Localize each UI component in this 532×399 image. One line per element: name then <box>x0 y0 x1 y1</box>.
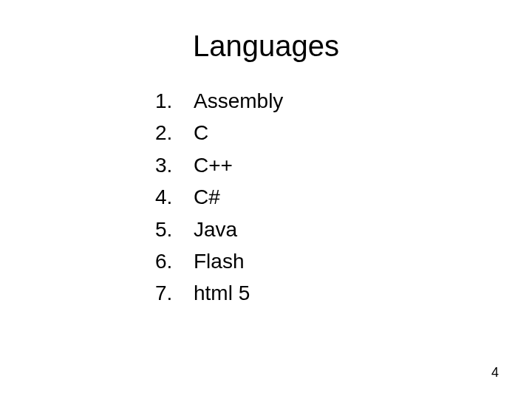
list-text: Flash <box>194 245 244 277</box>
list-text: Assembly <box>194 85 283 117</box>
list-item: 6. Flash <box>155 245 488 277</box>
list-number: 2. <box>155 117 188 149</box>
list-item: 1. Assembly <box>155 85 488 117</box>
list-number: 4. <box>155 181 188 213</box>
list-text: C# <box>194 181 220 213</box>
list-item: 7. html 5 <box>155 277 488 309</box>
list-number: 5. <box>155 214 188 245</box>
slide: Languages 1. Assembly 2. C 3. C++ 4. C# … <box>0 0 532 399</box>
list-text: Java <box>194 214 237 245</box>
page-number: 4 <box>491 365 499 381</box>
languages-list: 1. Assembly 2. C 3. C++ 4. C# 5. Java 6.… <box>155 85 488 310</box>
list-item: 5. Java <box>155 214 488 245</box>
list-text: C++ <box>194 149 233 181</box>
list-item: 2. C <box>155 117 488 149</box>
list-number: 6. <box>155 245 188 277</box>
list-text: C <box>194 117 208 149</box>
list-number: 3. <box>155 149 188 181</box>
list-item: 3. C++ <box>155 149 488 181</box>
page-title: Languages <box>44 30 488 63</box>
list-number: 1. <box>155 85 188 117</box>
list-number: 7. <box>155 277 188 309</box>
list-text: html 5 <box>194 277 250 309</box>
list-item: 4. C# <box>155 181 488 213</box>
